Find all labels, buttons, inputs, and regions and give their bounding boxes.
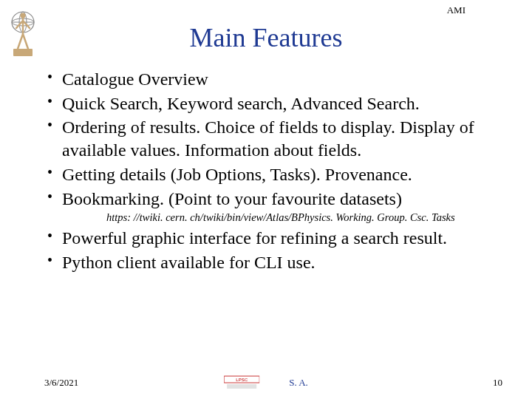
bullet-item: Python client available for CLI use.: [44, 251, 502, 274]
svg-rect-5: [13, 49, 33, 56]
bullet-item: Catalogue Overview: [44, 68, 502, 91]
footer-date: 3/6/2021: [44, 377, 78, 389]
footer-page-number: 10: [493, 377, 502, 389]
atlas-logo-icon: [7, 9, 38, 61]
slide-content: Catalogue OverviewQuick Search, Keyword …: [0, 68, 532, 274]
lpsc-logo-icon: LPSC: [224, 375, 259, 391]
svg-text:LPSC: LPSC: [236, 378, 248, 382]
bullet-item: Bookmarking. (Point to your favourite da…: [44, 188, 502, 211]
bullet-item: Quick Search, Keyword search, Advanced S…: [44, 92, 502, 115]
bullet-item: Powerful graphic interface for refining …: [44, 227, 502, 250]
url-reference: https: //twiki. cern. ch/twiki/bin/view/…: [44, 211, 502, 224]
bullet-item: Ordering of results. Choice of fields to…: [44, 116, 502, 161]
bullet-item: Getting details (Job Options, Tasks). Pr…: [44, 163, 502, 186]
slide-footer: 3/6/2021 LPSC S. A. 10: [0, 377, 532, 389]
footer-author: S. A.: [289, 377, 308, 389]
header-label: AMI: [447, 4, 466, 16]
